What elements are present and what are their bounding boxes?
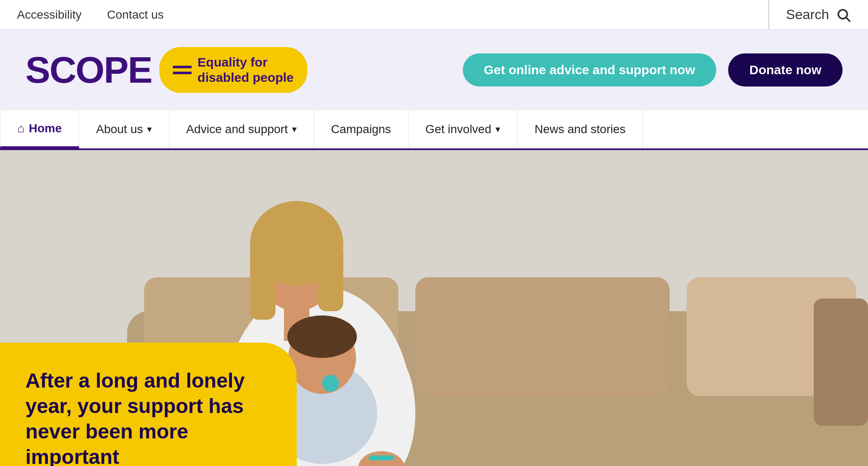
tagline-line2: disabled people — [198, 70, 294, 84]
logo-text[interactable]: SCOPE — [25, 51, 152, 89]
hero-card: After a long and lonely year, your suppo… — [0, 343, 297, 466]
nav-home-label: Home — [29, 122, 62, 135]
utility-bar-right: Search — [768, 0, 851, 30]
svg-rect-22 — [369, 455, 394, 460]
logo-area: SCOPE Equality for disabled people — [25, 47, 307, 93]
svg-rect-12 — [318, 243, 343, 311]
utility-bar-left: Accessibility Contact us — [17, 8, 164, 22]
chevron-down-icon: ▾ — [292, 124, 297, 135]
logo-tagline: Equality for disabled people — [198, 55, 294, 85]
hero-card-text: After a long and lonely year, your suppo… — [25, 368, 267, 466]
nav-advice-label: Advice and support — [186, 123, 288, 136]
svg-rect-11 — [250, 243, 275, 320]
nav-campaigns-label: Campaigns — [331, 123, 391, 136]
tagline-line1: Equality for — [198, 55, 267, 69]
nav-item-get-involved[interactable]: Get involved ▾ — [409, 110, 518, 148]
utility-bar: Accessibility Contact us Search — [0, 0, 868, 30]
donate-button[interactable]: Donate now — [728, 53, 843, 87]
logo-line-1 — [173, 66, 192, 68]
nav-about-label: About us — [96, 123, 143, 136]
accessibility-link[interactable]: Accessibility — [17, 8, 81, 22]
nav-item-news[interactable]: News and stories — [517, 110, 643, 148]
header: SCOPE Equality for disabled people Get o… — [0, 30, 868, 110]
chevron-down-icon: ▾ — [147, 124, 152, 135]
nav-item-campaigns[interactable]: Campaigns — [314, 110, 409, 148]
chevron-down-icon: ▾ — [495, 124, 500, 135]
logo-badge: Equality for disabled people — [159, 47, 307, 93]
search-icon — [836, 7, 851, 22]
header-buttons: Get online advice and support now Donate… — [463, 53, 843, 87]
main-nav: ⌂ Home About us ▾ Advice and support ▾ C… — [0, 110, 868, 150]
advice-button[interactable]: Get online advice and support now — [463, 53, 716, 87]
logo-badge-icon — [173, 66, 192, 74]
hero-section: After a long and lonely year, your suppo… — [0, 150, 868, 466]
logo-line-2 — [173, 72, 192, 74]
nav-item-advice[interactable]: Advice and support ▾ — [169, 110, 314, 148]
svg-rect-5 — [415, 277, 670, 396]
home-icon: ⌂ — [17, 122, 25, 135]
nav-get-involved-label: Get involved — [426, 123, 492, 136]
contact-us-link[interactable]: Contact us — [107, 8, 164, 22]
search-link[interactable]: Search — [786, 7, 829, 22]
svg-point-18 — [287, 315, 357, 358]
svg-rect-7 — [814, 299, 868, 426]
nav-item-about[interactable]: About us ▾ — [79, 110, 170, 148]
svg-line-1 — [846, 17, 850, 21]
nav-news-label: News and stories — [534, 123, 626, 136]
nav-item-home[interactable]: ⌂ Home — [0, 110, 79, 148]
svg-point-19 — [322, 375, 339, 392]
